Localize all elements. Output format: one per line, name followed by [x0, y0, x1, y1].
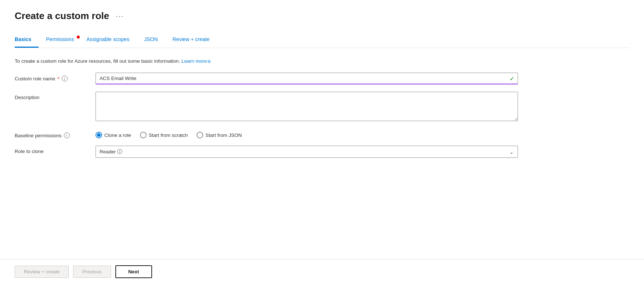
custom-role-name-row: Custom role name * i ✓ [15, 73, 529, 84]
review-create-button[interactable]: Review + create [15, 266, 69, 278]
radio-start-from-scratch-input[interactable] [140, 132, 147, 138]
role-to-clone-label: Role to clone [15, 146, 96, 154]
description-label: Description [15, 92, 96, 100]
custom-role-name-input-wrapper: ✓ [96, 73, 518, 84]
custom-role-name-input[interactable] [96, 73, 518, 84]
form-description: To create a custom role for Azure resour… [15, 58, 629, 64]
radio-start-from-json-label: Start from JSON [205, 132, 242, 138]
radio-clone-a-role-label: Clone a role [104, 132, 131, 138]
custom-role-name-info-icon[interactable]: i [62, 76, 68, 81]
required-indicator: * [57, 76, 59, 81]
radio-start-from-json[interactable]: Start from JSON [197, 132, 242, 138]
baseline-permissions-row: Baseline permissions i Clone a role Star… [15, 130, 529, 138]
radio-clone-a-role-input[interactable] [96, 132, 102, 138]
tab-assignable-scopes[interactable]: Assignable scopes [86, 33, 137, 48]
baseline-permissions-radio-group: Clone a role Start from scratch Start fr… [96, 130, 518, 138]
baseline-permissions-info-icon[interactable]: i [64, 132, 70, 138]
external-link-icon: ⧉ [208, 59, 211, 63]
valid-checkmark-icon: ✓ [510, 75, 514, 82]
tab-review-create[interactable]: Review + create [173, 33, 217, 48]
baseline-permissions-label: Baseline permissions i [15, 130, 96, 138]
role-to-clone-input-wrapper: Reader ⓘ ⌄ [96, 146, 518, 158]
radio-clone-a-role[interactable]: Clone a role [96, 132, 131, 138]
tab-json[interactable]: JSON [144, 33, 165, 48]
page-title: Create a custom role [15, 10, 109, 22]
previous-button[interactable]: Previous [73, 266, 111, 278]
footer-bar: Review + create Previous Next [0, 259, 644, 284]
role-to-clone-select-wrapper: Reader ⓘ ⌄ [96, 146, 518, 158]
basics-form: Custom role name * i ✓ Description [15, 73, 529, 165]
baseline-permissions-input-wrapper: Clone a role Start from scratch Start fr… [96, 130, 518, 138]
radio-start-from-json-input[interactable] [197, 132, 203, 138]
role-to-clone-row: Role to clone Reader ⓘ ⌄ [15, 146, 529, 158]
role-to-clone-select[interactable]: Reader ⓘ [96, 146, 518, 158]
tabs-nav: Basics Permissions Assignable scopes JSO… [15, 33, 629, 48]
learn-more-link[interactable]: Learn more⧉ [181, 58, 211, 64]
radio-start-from-scratch-label: Start from scratch [149, 132, 188, 138]
permissions-notification-dot [77, 36, 80, 39]
custom-role-name-label: Custom role name * i [15, 73, 96, 81]
more-options-button[interactable]: ··· [114, 10, 126, 22]
tab-permissions[interactable]: Permissions [46, 33, 79, 48]
description-textarea[interactable] [96, 92, 518, 121]
description-input-wrapper [96, 92, 518, 122]
next-button[interactable]: Next [115, 265, 152, 278]
radio-start-from-scratch[interactable]: Start from scratch [140, 132, 188, 138]
tab-basics[interactable]: Basics [15, 33, 39, 48]
description-row: Description [15, 92, 529, 122]
